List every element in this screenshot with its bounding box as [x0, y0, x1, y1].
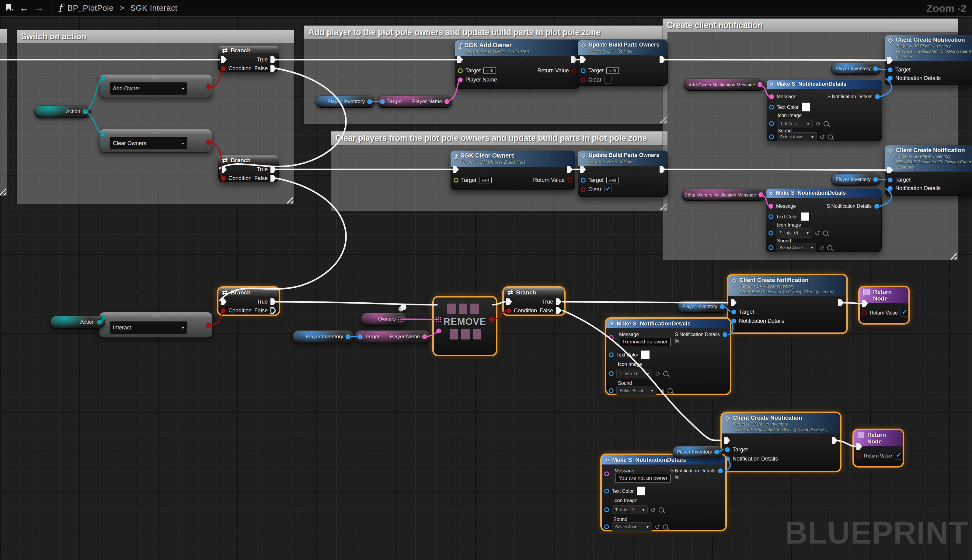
browse-icon[interactable]	[824, 121, 829, 126]
sound-pin[interactable]	[769, 135, 774, 139]
player-name-output-pin[interactable]	[422, 334, 427, 339]
node-sgk-clear-owners[interactable]: f SGK Clear OwnersTarget is BP Master Bu…	[450, 150, 575, 190]
enum-output-pin[interactable]	[83, 109, 88, 114]
node-branch-1[interactable]: ⇄Branch True Condition False	[218, 46, 278, 72]
false-exec-pin[interactable]	[556, 307, 562, 314]
browse-icon[interactable]	[659, 507, 664, 513]
node-return-2[interactable]: Return Node Return Value	[854, 430, 903, 466]
pill-clear-owners-message[interactable]: Clear Owners Notification Message	[682, 188, 766, 201]
condition-pin[interactable]	[506, 308, 511, 313]
node-equal-add-owner[interactable]: == Add Owner▾	[99, 74, 212, 98]
pill-player-inventory-ccn4[interactable]: Player Inventory	[672, 446, 722, 458]
message-input[interactable]: Removed as owner	[620, 338, 671, 346]
node-make-notification-1[interactable]: »Make S_NotificationDetails Message S No…	[767, 80, 882, 141]
node-sgk-add-owner[interactable]: f SGK Add OwnerTarget is BP Master Build…	[455, 40, 580, 89]
resize-handle[interactable]	[950, 252, 957, 260]
exec-in-pin[interactable]	[887, 57, 893, 63]
icon-image-pin[interactable]	[609, 371, 614, 376]
target-pin[interactable]	[731, 309, 736, 314]
sound-dropdown[interactable]: Select Asset▾	[776, 243, 816, 252]
clear-pin[interactable]	[581, 187, 586, 192]
object-output-pin[interactable]	[873, 66, 878, 71]
return-value-pin[interactable]	[862, 310, 867, 315]
use-selected-icon[interactable]: ↺	[819, 245, 824, 251]
target-pin[interactable]	[725, 447, 730, 452]
exec-in-pin[interactable]	[724, 437, 730, 444]
forward-arrow-icon[interactable]: →	[34, 3, 44, 13]
message-pin[interactable]	[604, 472, 609, 477]
target-pin[interactable]	[888, 67, 893, 72]
target-pin[interactable]	[581, 178, 586, 183]
bool-output-pin[interactable]	[206, 323, 211, 328]
pill-action-2[interactable]: Action	[50, 316, 105, 328]
target-pin[interactable]	[453, 178, 458, 183]
message-pin[interactable]	[609, 335, 614, 340]
object-output-pin[interactable]	[873, 177, 878, 182]
comment-title[interactable]: Create client notification	[663, 18, 958, 32]
pill-add-owner-message[interactable]: Add Owner Notification Message	[684, 78, 765, 91]
exec-in-pin[interactable]	[221, 56, 227, 63]
exec-in-pin[interactable]	[887, 167, 893, 173]
pill-owners[interactable]: Owners	[361, 313, 407, 325]
enum-dropdown[interactable]: Interact▾	[110, 321, 187, 334]
exec-out-pin[interactable]	[567, 166, 573, 173]
bool-output-pin[interactable]	[206, 84, 211, 89]
player-name-pin[interactable]	[458, 77, 463, 82]
target-pin[interactable]	[581, 68, 586, 73]
return-value-pin[interactable]	[572, 68, 577, 73]
target-pin[interactable]	[458, 68, 463, 73]
comment-title[interactable]: Switch on action	[17, 30, 294, 43]
icon-image-pin[interactable]	[769, 121, 774, 126]
browse-icon[interactable]	[663, 524, 668, 530]
object-output-pin[interactable]	[345, 334, 350, 339]
node-update-build-parts-2[interactable]: ◇ Update Build Parts OwnersTarget is BP …	[578, 150, 668, 197]
use-selected-icon[interactable]: ↺	[815, 230, 820, 237]
target-pin[interactable]	[888, 177, 893, 182]
enum-literal-pin[interactable]	[101, 86, 106, 91]
return-value-pin[interactable]	[567, 178, 572, 183]
breadcrumb-root[interactable]: BP_PlotPole	[68, 3, 113, 13]
exec-out-pin[interactable]	[660, 166, 665, 173]
node-client-create-notification-4[interactable]: ◇ Client Create Notification Target is B…	[722, 413, 840, 471]
exec-in-pin[interactable]	[221, 298, 227, 305]
node-make-notification-4[interactable]: »Make S_NotificationDetails Message You …	[602, 455, 725, 530]
text-color-pin[interactable]	[609, 352, 614, 357]
item-input-pin[interactable]	[436, 328, 441, 333]
node-return-1[interactable]: Return Node Return Value	[860, 287, 909, 323]
enum-input-pin[interactable]	[101, 132, 106, 137]
exec-in-pin[interactable]	[221, 166, 227, 173]
exec-in-pin[interactable]	[457, 56, 463, 63]
sound-pin[interactable]	[769, 245, 774, 250]
struct-output-pin[interactable]	[718, 468, 723, 473]
node-client-create-notification-3[interactable]: ◇ Client Create Notification Target is B…	[728, 275, 846, 332]
text-color-swatch[interactable]	[641, 350, 650, 359]
false-exec-pin[interactable]	[270, 65, 276, 72]
struct-output-pin[interactable]	[722, 332, 727, 337]
object-output-pin[interactable]	[714, 450, 719, 455]
resize-handle[interactable]	[0, 188, 6, 195]
use-selected-icon[interactable]: ↺	[655, 524, 660, 530]
enum-output-pin[interactable]	[97, 320, 102, 325]
text-color-swatch[interactable]	[637, 487, 645, 495]
breadcrumb-current[interactable]: SGK Interact	[130, 3, 177, 13]
target-input-pin[interactable]	[380, 99, 385, 104]
message-pin[interactable]	[769, 94, 774, 99]
pill-player-inventory-top[interactable]: Player Inventory	[315, 95, 375, 108]
message-pin[interactable]	[769, 204, 774, 209]
condition-pin[interactable]	[221, 308, 226, 313]
struct-output-pin[interactable]	[874, 204, 879, 209]
sound-dropdown[interactable]: Select Asset▾	[612, 522, 652, 532]
pill-action-1[interactable]: Action	[34, 105, 91, 118]
true-exec-pin[interactable]	[556, 298, 562, 305]
node-branch-2[interactable]: ⇄Branch True Condition False	[218, 155, 278, 182]
browse-icon[interactable]	[663, 371, 669, 376]
flag-icon[interactable]: ⚑	[674, 338, 680, 346]
resize-handle[interactable]	[286, 196, 293, 203]
exec-in-pin[interactable]	[731, 299, 737, 306]
return-value-checkbox[interactable]	[895, 452, 902, 460]
use-selected-icon[interactable]: ↺	[650, 507, 656, 513]
false-exec-pin[interactable]	[270, 175, 276, 182]
browse-icon[interactable]	[667, 388, 673, 393]
browse-icon[interactable]	[828, 135, 833, 140]
target-input-pin[interactable]	[358, 334, 363, 339]
